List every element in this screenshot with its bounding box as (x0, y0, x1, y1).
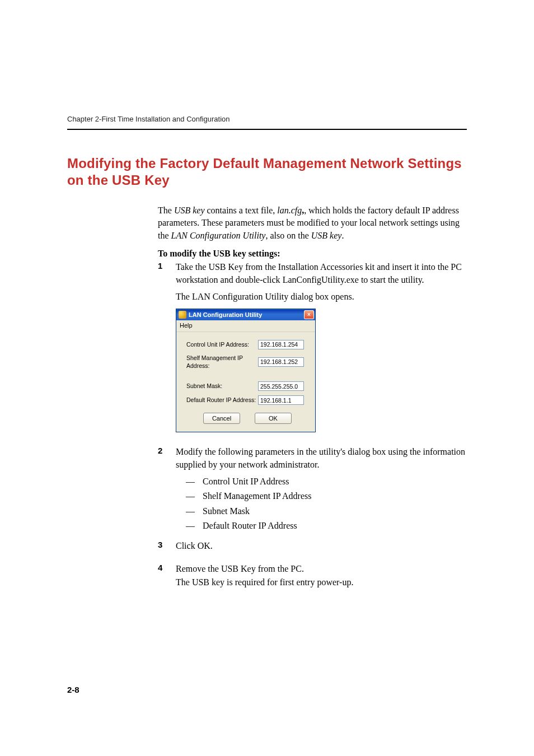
shelf-mgmt-label: Shelf Management IP Address: (186, 354, 258, 370)
step-number: 2 (158, 446, 176, 534)
step-2: 2 Modify the following parameters in the… (158, 446, 467, 534)
menubar: Help (176, 320, 315, 332)
section-title: Modifying the Factory Default Management… (67, 155, 467, 189)
sub-item-shelf: Shelf Management IP Address (203, 490, 311, 502)
text: . (210, 541, 213, 550)
text: The (158, 206, 174, 215)
dialog-wrap: LAN Configuration Utility × Help Control… (176, 309, 467, 432)
titlebar: LAN Configuration Utility × (176, 309, 315, 320)
step-4-line2: The USB key is required for first entry … (176, 576, 467, 589)
dash-icon: — (186, 505, 203, 517)
page-number: 2-8 (67, 685, 79, 694)
step-1: 1 Take the USB Key from the Installation… (158, 261, 467, 440)
ok-button[interactable]: OK (255, 413, 292, 424)
menu-help[interactable]: Help (180, 322, 193, 329)
step-number: 1 (158, 261, 176, 440)
step-number: 3 (158, 540, 176, 557)
intro-paragraph: The USB key contains a text file, lan.cf… (158, 204, 467, 242)
text: dialog box opens. (288, 292, 354, 301)
cancel-button[interactable]: Cancel (203, 413, 240, 424)
subnet-input[interactable] (258, 381, 304, 391)
procedure-subhead: To modify the USB key settings: (158, 249, 467, 259)
text: from the PC. (256, 564, 304, 573)
usb-key-term: USB key (311, 231, 342, 240)
text: Click (176, 541, 198, 550)
control-unit-label: Control Unit IP Address: (186, 340, 258, 349)
usb-key-term: USB Key (221, 564, 256, 573)
control-unit-input[interactable] (258, 340, 304, 349)
router-label: Default Router IP Address: (186, 396, 258, 404)
text: contains a text file, (205, 206, 278, 215)
dash-icon: — (186, 520, 203, 532)
exe-name: LanConfigUtility.exe (283, 275, 359, 284)
step-number: 4 (158, 563, 176, 594)
kit-term: Installation Accessories (278, 262, 363, 272)
dialog-title: LAN Configuration Utility (189, 311, 262, 319)
text: from the (243, 262, 278, 272)
text: , also on the (265, 231, 311, 240)
step-3: 3 Click OK. (158, 540, 467, 557)
usb-key-term: USB key (174, 206, 205, 215)
chapter-header: Chapter 2-First Time Installation and Co… (67, 115, 467, 130)
ok-label: OK (198, 541, 210, 550)
sub-item-router: Default Router IP Address (203, 520, 297, 532)
dash-icon: — (186, 490, 203, 502)
text: . (341, 231, 344, 240)
text: The (176, 292, 192, 301)
sub-item-subnet: Subnet Mask (203, 505, 250, 517)
subnet-label: Subnet Mask: (186, 382, 258, 390)
lan-cfg-term: lan.cfg (277, 206, 302, 215)
usb-key-term: USB Key (208, 262, 243, 272)
dash-icon: — (186, 475, 203, 488)
step-2-text: Modify the following parameters in the u… (176, 446, 467, 471)
router-input[interactable] (258, 395, 304, 405)
text: Remove the (176, 564, 221, 573)
lan-config-dialog: LAN Configuration Utility × Help Control… (176, 309, 316, 432)
app-icon (179, 311, 186, 319)
util-name: LAN Configuration Utility (192, 292, 288, 301)
util-name: LAN Configuration Utility (171, 231, 266, 240)
sub-item-control: Control Unit IP Address (203, 475, 289, 488)
text: Take the (176, 262, 208, 272)
shelf-mgmt-input[interactable] (258, 357, 304, 367)
close-button[interactable]: × (304, 310, 314, 319)
step-4: 4 Remove the USB Key from the PC. The US… (158, 563, 467, 594)
text: to start the utility. (359, 275, 424, 284)
